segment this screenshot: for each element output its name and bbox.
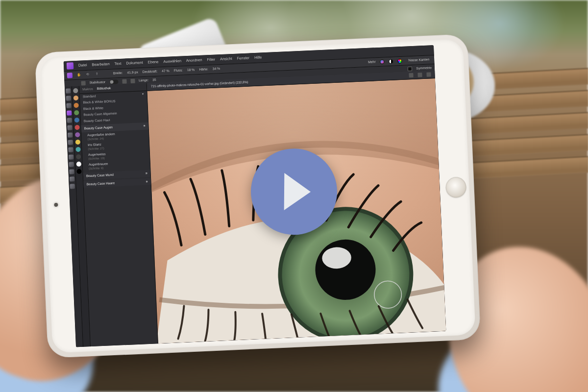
swatch-icon[interactable] (75, 132, 80, 137)
library-panel: Makros Bibliothek Standard▾ Black & Whit… (79, 83, 158, 347)
hand-icon[interactable]: ✋ (77, 73, 82, 77)
shape-tool-icon[interactable] (69, 169, 74, 174)
menu-item[interactable]: Auswählen (163, 59, 181, 64)
brush-preview-icon[interactable] (81, 81, 85, 85)
play-icon (284, 173, 311, 210)
menu-item[interactable]: Text (115, 61, 122, 66)
swatch-icon[interactable] (76, 169, 81, 174)
flow-label: Fluss: (174, 69, 183, 74)
swatch-icon[interactable] (74, 125, 79, 130)
menu-item[interactable]: Anordnen (186, 58, 202, 63)
pen-tool-icon[interactable] (69, 162, 74, 167)
crop-tool-icon[interactable] (66, 103, 71, 108)
mode-icon-a[interactable] (122, 79, 126, 83)
tab-makros[interactable]: Makros (82, 87, 93, 91)
flow-value[interactable]: 18 % (187, 68, 195, 72)
swatch-icon[interactable] (76, 162, 81, 167)
length-label: Länge: (139, 78, 149, 83)
swatch-icon[interactable] (74, 103, 78, 108)
width-value[interactable]: 41,9 px (127, 70, 138, 75)
erase-tool-icon[interactable] (68, 132, 73, 137)
swatch-icon[interactable] (74, 96, 78, 100)
brush-tool-icon[interactable] (67, 110, 72, 115)
share-icon[interactable]: ⇪ (96, 72, 100, 76)
menu-item[interactable]: Ansicht (220, 56, 232, 62)
menu-item[interactable]: Dokument (126, 60, 143, 66)
swatch-icon[interactable] (75, 140, 80, 145)
hardness-label: Härte: (199, 67, 208, 72)
mask-icon[interactable] (408, 67, 412, 71)
snap-icon[interactable] (409, 73, 413, 77)
width-label: Breite: (113, 71, 123, 76)
swatch-icon[interactable] (76, 154, 81, 159)
dodge-tool-icon[interactable] (68, 147, 73, 152)
clone-tool-icon[interactable] (67, 118, 72, 122)
opacity-label: Deckkraft: (143, 70, 158, 74)
stabilizer-label: Stabilisator (89, 80, 105, 85)
symmetry-label[interactable]: Symmetrie (416, 66, 432, 71)
move-tool-icon[interactable] (66, 88, 71, 93)
zoom-tool-icon[interactable] (70, 176, 74, 181)
selection-tool-icon[interactable] (66, 96, 71, 100)
hardness-value[interactable]: 34 % (213, 67, 220, 71)
sync-icon[interactable]: ⟲ (86, 72, 91, 77)
swatch-icon[interactable] (73, 88, 78, 93)
text-tool-icon[interactable] (69, 154, 74, 159)
bw-swatch-icon[interactable] (389, 59, 393, 64)
menu-item[interactable]: Ebene (147, 60, 158, 65)
guide-icon[interactable] (426, 72, 431, 76)
colormode-icon[interactable] (380, 59, 384, 64)
more-link[interactable]: Mehr (368, 60, 376, 64)
persona-icon[interactable] (67, 73, 73, 78)
heal-tool-icon[interactable] (67, 125, 72, 130)
menu-item[interactable]: Datei (78, 63, 87, 68)
swatch-icon[interactable] (74, 118, 79, 122)
menu-item[interactable]: Hilfe (254, 55, 262, 60)
menu-item[interactable]: Fenster (237, 56, 249, 61)
stabilizer-toggle[interactable] (109, 79, 118, 84)
opacity-value[interactable]: 47 % (162, 69, 170, 74)
mode-icon-b[interactable] (130, 79, 135, 83)
menu-item[interactable]: Bearbeiten (92, 62, 110, 67)
grid-icon[interactable] (417, 73, 422, 77)
wet-edges-toggle[interactable]: Nasse Kanten (406, 57, 431, 63)
app-logo-icon (67, 62, 74, 70)
swatch-icon[interactable] (75, 147, 80, 152)
tab-bibliothek[interactable]: Bibliothek (97, 86, 111, 91)
play-button[interactable] (250, 148, 338, 235)
swatch-icon[interactable] (74, 110, 79, 115)
fill-tool-icon[interactable] (68, 140, 73, 145)
menu-item[interactable]: Filter (207, 57, 215, 62)
length-value[interactable]: 35 (152, 78, 156, 82)
hand-tool-icon[interactable] (70, 184, 75, 189)
color-wheel-icon[interactable] (397, 59, 402, 63)
